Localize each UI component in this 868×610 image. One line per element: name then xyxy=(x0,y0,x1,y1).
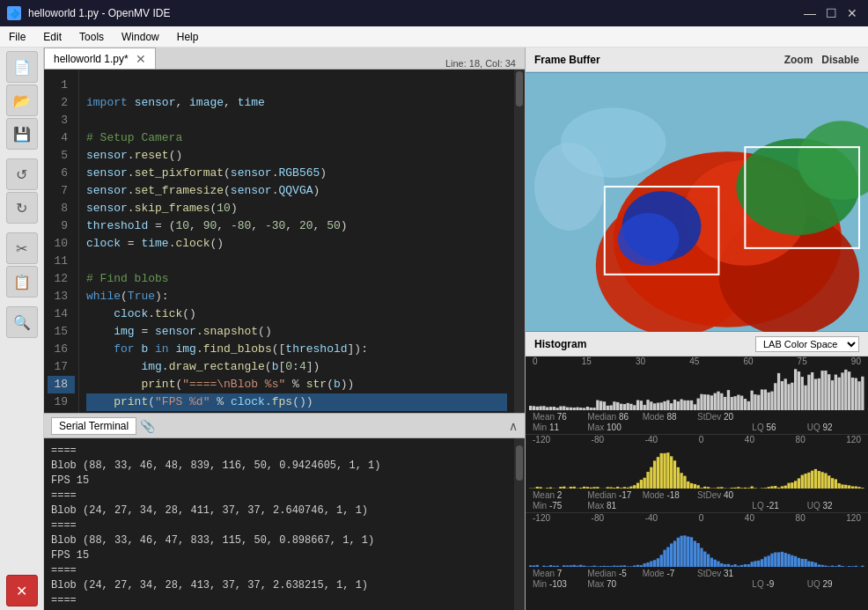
framebuffer-canvas xyxy=(526,72,868,332)
code-editor[interactable]: 1 2 3 4 5 6 7 8 9 10 11 12 13 14 15 16 1… xyxy=(44,70,525,413)
serial-content[interactable]: ====Blob (88, 33, 46, 48, 839, 116, 50, … xyxy=(44,438,514,610)
serial-collapse-button[interactable]: ∧ xyxy=(509,419,518,433)
connect-button[interactable]: ↺ xyxy=(6,158,38,190)
tab-bar: helloworld 1.py* ✕ Line: 18, Col: 34 xyxy=(44,48,525,70)
histogram-l-stats: Mean 76 Median 86 Mode 88 StDev 20 Min 1… xyxy=(526,410,868,434)
tab-close-button[interactable]: ✕ xyxy=(136,53,146,65)
svg-point-12 xyxy=(534,143,605,231)
app-icon: 🔷 xyxy=(7,6,21,20)
new-file-button[interactable]: 📄 xyxy=(6,51,38,83)
right-panel: Frame Buffer Zoom Disable xyxy=(525,48,868,610)
editor-area: helloworld 1.py* ✕ Line: 18, Col: 34 1 2… xyxy=(44,48,525,610)
editor-tab-helloworld[interactable]: helloworld 1.py* ✕ xyxy=(44,48,156,69)
disconnect-button[interactable]: ↻ xyxy=(6,192,38,224)
histogram-a-bars xyxy=(529,445,864,489)
title-bar: 🔷 helloworld 1.py - OpenMV IDE — ☐ ✕ xyxy=(0,0,868,26)
svg-point-8 xyxy=(618,213,680,266)
histogram-l-bars xyxy=(529,366,864,410)
tab-label: helloworld 1.py* xyxy=(54,53,129,65)
histogram-mode-select[interactable]: LAB Color Space Grayscale RGB Color Spac… xyxy=(755,336,859,352)
menu-tools[interactable]: Tools xyxy=(70,26,113,47)
cut-button[interactable]: ✂ xyxy=(6,232,38,264)
menu-file[interactable]: File xyxy=(0,26,34,47)
close-button[interactable]: ✕ xyxy=(843,4,861,22)
title-bar-controls: — ☐ ✕ xyxy=(801,4,861,22)
histogram-b-labels: -120 -80 -40 0 40 80 120 xyxy=(526,513,868,523)
framebuffer-title: Frame Buffer xyxy=(534,54,600,66)
zoom-button[interactable]: 🔍 xyxy=(6,306,38,338)
serial-scroll-thumb[interactable] xyxy=(516,445,523,481)
histogram-a-channel: -120 -80 -40 0 40 80 120 Mean 2 Median -… xyxy=(526,435,868,513)
serial-tab-bar: Serial Terminal 📎 ∧ xyxy=(44,414,525,438)
menu-bar: File Edit Tools Window Help xyxy=(0,26,868,48)
camera-button[interactable]: 📋 xyxy=(6,266,38,298)
title-bar-left: 🔷 helloworld 1.py - OpenMV IDE xyxy=(7,6,170,20)
framebuffer-image xyxy=(526,72,868,332)
framebuffer-header: Frame Buffer Zoom Disable xyxy=(526,48,868,72)
code-scroll-thumb[interactable] xyxy=(516,71,523,107)
histogram-a-labels: -120 -80 -40 0 40 80 120 xyxy=(526,435,868,445)
minimize-button[interactable]: — xyxy=(801,4,819,22)
histogram-a-stats: Mean 2 Median -17 Mode -18 StDev 40 Min … xyxy=(526,489,868,512)
histogram-b-channel: -120 -80 -40 0 40 80 120 Mean 7 Median -… xyxy=(526,513,868,591)
tab-info: Line: 18, Col: 34 xyxy=(437,58,525,69)
line-numbers: 1 2 3 4 5 6 7 8 9 10 11 12 13 14 15 16 1… xyxy=(44,70,79,413)
main-layout: 📄 📂 💾 ↺ ↻ ✂ 📋 🔍 ✕ helloworld 1.py* ✕ Lin… xyxy=(0,48,868,610)
serial-settings-icon[interactable]: 📎 xyxy=(140,419,155,433)
zoom-button[interactable]: Zoom xyxy=(784,54,813,66)
title-bar-title: helloworld 1.py - OpenMV IDE xyxy=(28,7,170,19)
histogram-b-stats: Mean 7 Median -5 Mode -7 StDev 31 Min -1… xyxy=(526,567,868,591)
histogram-b-bars xyxy=(529,523,864,567)
histogram-body: 0 15 30 45 60 75 90 Mean 76 Median 86 xyxy=(526,356,868,610)
disable-button[interactable]: Disable xyxy=(821,54,859,66)
histogram-title: Histogram xyxy=(534,338,586,350)
left-toolbar: 📄 📂 💾 ↺ ↻ ✂ 📋 🔍 ✕ xyxy=(0,48,44,610)
code-scrollbar[interactable] xyxy=(514,70,525,413)
serial-area: Serial Terminal 📎 ∧ ====Blob (88, 33, 46… xyxy=(44,413,525,610)
maximize-button[interactable]: ☐ xyxy=(822,4,840,22)
menu-window[interactable]: Window xyxy=(113,26,168,47)
framebuffer-controls: Zoom Disable xyxy=(784,54,859,66)
histogram-l-labels: 0 15 30 45 60 75 90 xyxy=(526,356,868,366)
histogram-l-channel: 0 15 30 45 60 75 90 Mean 76 Median 86 xyxy=(526,356,868,435)
open-file-button[interactable]: 📂 xyxy=(6,85,38,116)
menu-help[interactable]: Help xyxy=(168,26,208,47)
code-content[interactable]: import sensor, image, time # Setup Camer… xyxy=(79,70,514,413)
histogram-section: Histogram LAB Color Space Grayscale RGB … xyxy=(526,332,868,610)
menu-edit[interactable]: Edit xyxy=(34,26,70,47)
serial-scrollbar[interactable] xyxy=(514,438,525,610)
histogram-header: Histogram LAB Color Space Grayscale RGB … xyxy=(526,332,868,356)
save-file-button[interactable]: 💾 xyxy=(6,118,38,150)
stop-button[interactable]: ✕ xyxy=(6,575,38,606)
serial-terminal-tab[interactable]: Serial Terminal xyxy=(51,417,136,435)
